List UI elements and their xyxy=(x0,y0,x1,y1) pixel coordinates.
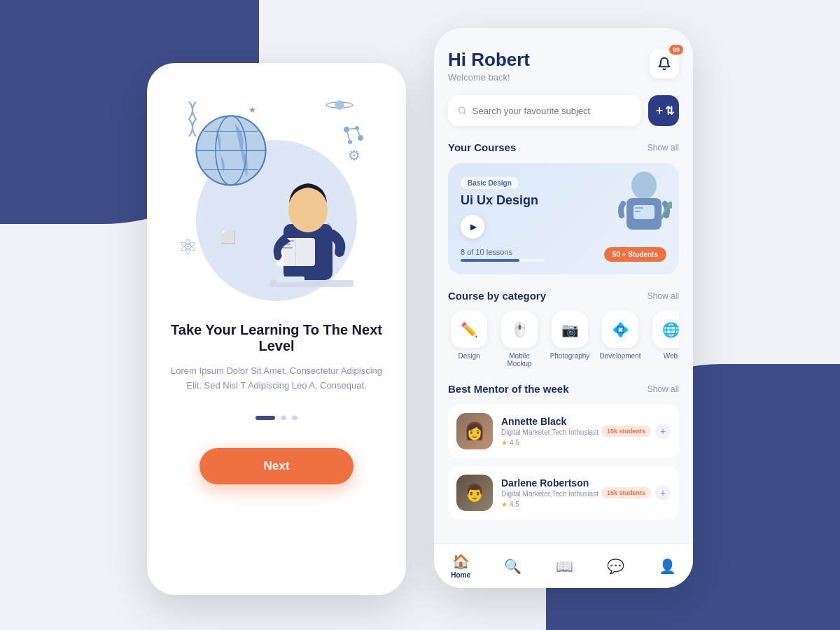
book-icon: 📖 xyxy=(556,558,573,575)
mentor-2-avatar-image: 👨 xyxy=(456,475,493,511)
mentors-show-all[interactable]: Show all xyxy=(648,384,679,394)
filter-button[interactable]: ⇅ xyxy=(648,95,679,126)
star-icon-1: ★ xyxy=(501,439,507,447)
nav-home-label: Home xyxy=(451,571,470,579)
svg-point-23 xyxy=(459,107,465,113)
category-design[interactable]: ✏️ Design xyxy=(448,312,490,368)
categories-title: Course by category xyxy=(448,290,546,302)
next-button[interactable]: Next xyxy=(200,448,354,484)
svg-rect-22 xyxy=(276,276,304,282)
dot-2 xyxy=(281,416,286,420)
course-card: Basic Design Ui Ux Design ▶ 8 of 10 less… xyxy=(448,163,679,274)
dot-1 xyxy=(255,416,275,420)
dev-icon: 💠 xyxy=(612,321,629,338)
greeting-subtitle: Welcome back! xyxy=(448,72,530,83)
progress-fill xyxy=(461,259,519,262)
home-icon: 🏠 xyxy=(452,553,470,570)
category-web[interactable]: 🌐 Web xyxy=(650,312,679,368)
mentor-2-role: Digital Marketer,Tech Inthusiast xyxy=(501,490,598,498)
course-progress-row: 8 of 10 lessons 50 + Students xyxy=(461,247,666,262)
category-design-label: Design xyxy=(458,352,479,360)
svg-point-6 xyxy=(335,100,344,109)
courses-show-all[interactable]: Show all xyxy=(648,143,679,153)
nav-library[interactable]: 📖 xyxy=(556,558,573,575)
mentor-2-add-button[interactable]: + xyxy=(655,485,671,500)
dot-3 xyxy=(292,416,298,420)
categories-section-header: Course by category Show all xyxy=(448,290,679,302)
mentor-1-avatar: 👩 xyxy=(456,413,493,449)
onboarding-description: Lorem Ipsum Dolor Sit Amet, Consectetur … xyxy=(168,364,385,393)
atom-icon: ⚛ xyxy=(178,234,197,259)
planet-icon xyxy=(326,98,354,112)
mentor-1-info: Annette Black Digital Marketer,Tech Inth… xyxy=(501,416,598,447)
category-development[interactable]: 💠 Development xyxy=(599,312,641,368)
bell-icon xyxy=(657,57,671,71)
progress-text: 8 of 10 lessons xyxy=(461,248,604,256)
app-header: Hi Robert Welcome back! 99 xyxy=(448,49,679,83)
nav-messages[interactable]: 💬 xyxy=(607,558,624,575)
notification-button[interactable]: 99 xyxy=(650,49,679,78)
person-reading-icon xyxy=(262,168,360,301)
user-icon: 👤 xyxy=(659,558,676,575)
star-icon-2: ★ xyxy=(501,500,507,508)
molecule-icon xyxy=(340,122,368,150)
header-text: Hi Robert Welcome back! xyxy=(448,49,530,83)
illustration-area: ★ ⚛ ⬜ ⚙ △ xyxy=(178,91,374,301)
card-person-icon xyxy=(616,170,672,240)
course-badge: Basic Design xyxy=(461,177,519,189)
students-badge: 50 + Students xyxy=(604,247,666,262)
camera-icon: 📷 xyxy=(561,321,579,338)
mentor-1-rating-value: 4.5 xyxy=(510,439,519,447)
category-photography[interactable]: 📷 Photography xyxy=(549,312,591,368)
category-mobile-label: Mobile Mockup xyxy=(498,352,540,368)
phone-right-content: Hi Robert Welcome back! 99 xyxy=(434,28,693,543)
categories-scroll: ✏️ Design 🖱️ Mobile Mockup 📷 Photography xyxy=(448,312,679,368)
phone-left: ★ ⚛ ⬜ ⚙ △ xyxy=(147,63,406,595)
nav-profile[interactable]: 👤 xyxy=(659,558,676,575)
progress-info: 8 of 10 lessons xyxy=(461,248,604,262)
mentor-1-rating: ★ 4.5 xyxy=(501,439,598,447)
mentor-2-rating-value: 4.5 xyxy=(510,500,519,508)
category-design-icon-wrap: ✏️ xyxy=(451,312,487,348)
web-icon: 🌐 xyxy=(662,321,680,338)
mentor-card-2: 👨 Darlene Robertson Digital Marketer,Tec… xyxy=(448,466,679,519)
play-button[interactable]: ▶ xyxy=(461,215,484,239)
notification-badge: 99 xyxy=(669,45,683,55)
courses-section-header: Your Courses Show all xyxy=(448,141,679,153)
search-row: ⇅ xyxy=(448,95,679,126)
phone-right: Hi Robert Welcome back! 99 xyxy=(434,28,693,588)
filter-icon xyxy=(654,105,665,116)
search-nav-icon: 🔍 xyxy=(504,558,522,575)
design-icon: ✏️ xyxy=(461,321,478,338)
search-input-wrapper xyxy=(448,95,641,126)
mobile-mockup-icon: 🖱️ xyxy=(511,321,528,338)
category-mobile-icon-wrap: 🖱️ xyxy=(501,312,538,348)
mentor-2-students: 15k students xyxy=(601,487,651,498)
star-icon: ★ xyxy=(248,105,256,115)
mentor-2-name: Darlene Robertson xyxy=(501,477,598,489)
greeting-title: Hi Robert xyxy=(448,49,530,71)
play-icon: ▶ xyxy=(470,222,477,232)
category-web-label: Web xyxy=(664,352,678,360)
category-dev-icon-wrap: 💠 xyxy=(602,312,638,348)
svg-point-26 xyxy=(631,172,657,200)
svg-rect-29 xyxy=(635,207,643,209)
svg-point-15 xyxy=(288,188,328,232)
nav-home[interactable]: 🏠 Home xyxy=(451,553,470,579)
mentor-2-info: Darlene Robertson Digital Marketer,Tech … xyxy=(501,477,598,508)
category-photo-label: Photography xyxy=(550,352,590,360)
category-mobile-mockup[interactable]: 🖱️ Mobile Mockup xyxy=(498,312,540,368)
svg-rect-30 xyxy=(635,211,640,212)
onboarding-title: Take Your Learning To The Next Level xyxy=(168,322,385,354)
mentor-1-role: Digital Marketer,Tech Inthusiast xyxy=(501,428,598,436)
mentor-2-rating: ★ 4.5 xyxy=(501,500,598,508)
category-dev-label: Development xyxy=(600,352,641,360)
mentor-1-add-button[interactable]: + xyxy=(655,424,671,439)
filter-arrows-icon: ⇅ xyxy=(665,104,674,118)
categories-show-all[interactable]: Show all xyxy=(648,291,679,301)
mentor-1-name: Annette Black xyxy=(501,416,598,427)
bottom-spacer xyxy=(448,528,679,542)
search-input[interactable] xyxy=(472,95,631,126)
mentors-section-header: Best Mentor of the week Show all xyxy=(448,383,679,395)
nav-search[interactable]: 🔍 xyxy=(504,558,522,575)
